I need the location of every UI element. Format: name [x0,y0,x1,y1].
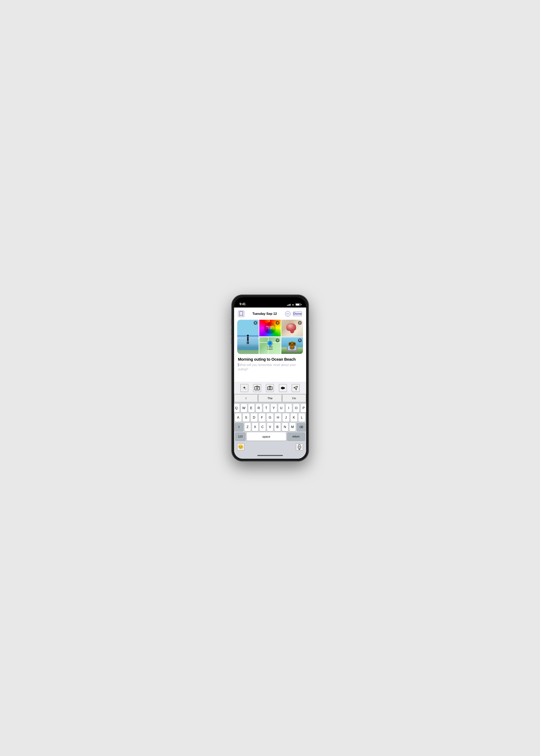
key-f[interactable]: F [259,414,265,422]
entry-content[interactable]: Morning outing to Ocean Beach What will … [234,356,306,382]
key-k[interactable]: K [291,414,297,422]
sparkles-button[interactable] [240,384,248,392]
key-n[interactable]: N [282,423,288,431]
done-button[interactable]: Done [293,312,302,316]
location-button[interactable] [292,384,300,392]
signal-bars-icon [287,304,291,306]
key-y[interactable]: Y [271,404,277,412]
podcast-inner: DECODERRING SLATE [264,322,276,334]
more-button[interactable]: ··· [285,311,291,316]
key-e[interactable]: E [248,404,255,412]
media-grid: ✕ DECODERRING SLATE ✕ [237,320,303,354]
key-q[interactable]: Q [234,404,240,412]
podcast-subtitle: SLATE [266,329,274,330]
space-key[interactable]: space [247,432,286,441]
battery-fill [296,304,300,305]
bookmark-icon [239,311,243,316]
photo-icon [255,386,260,390]
key-w[interactable]: W [241,404,247,412]
keyboard-row-4: 123 space return [235,432,305,441]
key-a[interactable]: A [235,414,241,422]
header-actions: ··· Done [285,311,302,316]
svg-point-2 [258,387,259,388]
podcast-item: DECODERRING SLATE ✕ [259,320,281,337]
bookmark-button[interactable] [238,311,244,317]
predictive-word-the[interactable]: The [258,394,282,402]
keyboard-row-1: Q W E R T Y U I O P [235,404,305,412]
key-r[interactable]: R [256,404,262,412]
audio-waveform-icon [281,386,285,390]
text-cursor [238,363,238,367]
mic-button[interactable] [296,443,303,450]
beach-photo-item: ✕ [237,320,259,354]
signal-bar-2 [288,305,289,306]
signal-bar-1 [287,305,288,306]
key-v[interactable]: V [267,423,273,431]
shift-key[interactable]: ⇧ [235,423,243,431]
journal-app: Tuesday Sep 12 ··· Done [234,308,306,459]
phone-device: 9:41 ▲ [232,295,309,461]
entry-title: Morning outing to Ocean Beach [238,357,302,362]
key-g[interactable]: G [267,414,273,422]
svg-rect-3 [268,387,272,390]
signal-bar-4 [290,304,291,306]
phone-screen: 9:41 ▲ [234,297,306,459]
key-h[interactable]: H [275,414,281,422]
key-p[interactable]: P [301,404,306,412]
podcast-title: DECODERRING [266,326,274,329]
emoji-icon: 😊 [238,444,243,449]
status-time: 9:41 [240,303,246,306]
key-m[interactable]: M [289,423,296,431]
shell-close[interactable]: ✕ [298,321,302,325]
sparkles-icon [242,386,247,390]
keyboard-bottom: 😊 [234,442,306,452]
keyboard-row-3: ⇧ Z X C V B N M ⌫ [235,423,305,431]
svg-rect-5 [299,444,300,447]
battery-icon [296,303,301,306]
keyboard: Q W E R T Y U I O P A S D F G [234,402,306,442]
header-date: Tuesday Sep 12 [252,312,277,316]
map-item: 🏖 OceanBeach ✕ [259,337,281,354]
dog-close[interactable]: ✕ [298,338,302,342]
beach-photo [237,320,259,354]
camera-button[interactable] [266,384,274,392]
entry-placeholder: What will you remember most about your o… [238,363,302,372]
key-j[interactable]: J [283,414,289,422]
home-bar [257,455,283,456]
predictive-word-i[interactable]: I [234,394,258,402]
add-photo-button[interactable] [253,384,261,392]
home-indicator [234,452,306,459]
journal-header: Tuesday Sep 12 ··· Done [234,308,306,319]
predictive-word-im[interactable]: I'm [282,394,306,402]
key-t[interactable]: T [263,404,270,412]
keyboard-row-2: A S D F G H J K L [235,414,305,422]
dynamic-island [258,298,282,305]
map-close[interactable]: ✕ [276,338,280,342]
key-l[interactable]: L [299,414,305,422]
numbers-key[interactable]: 123 [235,432,245,441]
location-arrow-icon [294,386,298,390]
key-s[interactable]: S [243,414,249,422]
more-dots-icon: ··· [286,312,289,315]
return-key[interactable]: return [287,432,305,441]
key-d[interactable]: D [251,414,257,422]
camera-icon [267,386,272,390]
svg-point-1 [256,387,258,389]
key-o[interactable]: O [293,404,300,412]
backspace-key[interactable]: ⌫ [297,423,306,431]
beach-photo-close[interactable]: ✕ [254,321,257,325]
key-i[interactable]: I [286,404,292,412]
status-icons: ▲ [287,303,301,306]
emoji-button[interactable]: 😊 [237,443,244,450]
beach-figure [237,320,259,354]
shell-photo-item: ✕ [281,320,303,337]
svg-point-4 [269,387,271,389]
key-z[interactable]: Z [244,423,251,431]
dog-photo-item: ✕ [281,337,303,354]
wifi-icon: ▲ [292,303,294,306]
key-b[interactable]: B [274,423,281,431]
key-x[interactable]: X [252,423,258,431]
audio-button[interactable] [279,384,287,392]
key-u[interactable]: U [278,404,285,412]
key-c[interactable]: C [259,423,266,431]
